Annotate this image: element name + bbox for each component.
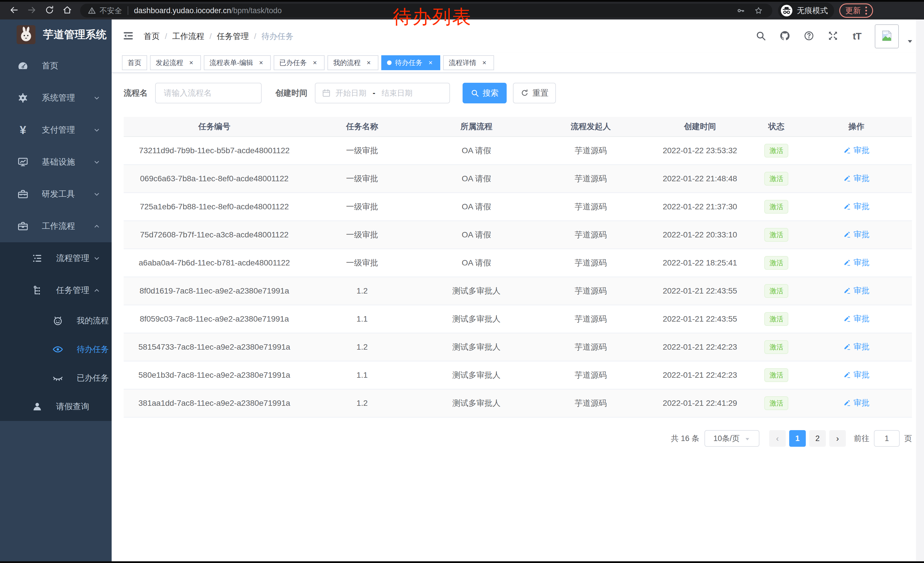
- sidebar-item-支付管理[interactable]: ¥支付管理: [0, 114, 112, 146]
- breadcrumb-item: 待办任务: [261, 31, 293, 42]
- sidebar-item-请假查询[interactable]: 请假查询: [0, 392, 112, 421]
- help-button[interactable]: [802, 30, 815, 43]
- page-size-select[interactable]: 10条/页: [705, 430, 759, 447]
- task-name-cell: 一级审批: [305, 257, 419, 268]
- tab-发起流程[interactable]: 发起流程×: [150, 55, 201, 70]
- edit-pencil-icon: [843, 174, 851, 182]
- close-icon[interactable]: ×: [480, 59, 488, 67]
- fullscreen-button[interactable]: [826, 30, 839, 43]
- approve-button[interactable]: 审批: [843, 173, 870, 184]
- tab-已办任务[interactable]: 已办任务×: [274, 55, 325, 70]
- sidebar-item-待办任务[interactable]: 待办任务: [0, 335, 112, 364]
- tab-流程表单-编辑[interactable]: 流程表单-编辑×: [204, 55, 271, 70]
- task-id-cell: a6aba0a4-7b6d-11ec-b781-acde48001122: [124, 258, 305, 267]
- search-submit-button[interactable]: 搜索: [463, 83, 507, 104]
- chevron-up-icon: [93, 286, 101, 294]
- tab-我的流程[interactable]: 我的流程×: [327, 55, 378, 70]
- table-row: 58154733-7ac8-11ec-a9e2-a2380e71991a1.2测…: [124, 333, 912, 362]
- browser-back-button[interactable]: [5, 3, 23, 19]
- sidebar-item-系统管理[interactable]: 系统管理: [0, 82, 112, 114]
- browser-forward-button[interactable]: [23, 3, 40, 19]
- reset-button[interactable]: 重置: [513, 83, 556, 104]
- sidebar-item-流程管理[interactable]: 流程管理: [0, 242, 112, 274]
- tags-view-bar: 首页发起流程×流程表单-编辑×已办任务×我的流程×待办任务×流程详情×: [112, 53, 924, 73]
- github-link[interactable]: [778, 30, 791, 43]
- goto-page-input[interactable]: [874, 430, 900, 447]
- status-cell: 激活: [752, 256, 801, 270]
- approve-button[interactable]: 审批: [843, 145, 870, 156]
- approve-button[interactable]: 审批: [843, 257, 870, 268]
- create-time-cell: 2022-01-21 22:43:55: [648, 286, 752, 296]
- browser-menu-icon[interactable]: [866, 7, 867, 15]
- page-button-2[interactable]: 2: [809, 430, 826, 447]
- browser-update-button[interactable]: 更新: [839, 3, 873, 18]
- search-button[interactable]: [754, 30, 767, 43]
- sidebar-item-label: 基础设施: [42, 156, 75, 168]
- next-page-button[interactable]: ›: [829, 430, 846, 447]
- approve-button[interactable]: 审批: [843, 341, 870, 352]
- process-name-input[interactable]: [155, 83, 262, 104]
- gear-icon: [16, 92, 29, 104]
- font-size-icon: tT: [853, 31, 861, 42]
- bookmark-star-icon[interactable]: [752, 4, 765, 17]
- not-secure-icon: [88, 6, 96, 15]
- chevron-down-icon: [93, 254, 101, 262]
- password-key-icon[interactable]: [735, 4, 747, 17]
- scrollbar[interactable]: [916, 20, 924, 563]
- approve-button[interactable]: 审批: [843, 285, 870, 296]
- close-icon[interactable]: ×: [257, 59, 265, 67]
- tab-流程详情[interactable]: 流程详情×: [443, 55, 494, 70]
- close-icon[interactable]: ×: [311, 59, 319, 67]
- sidebar-item-label: 请假查询: [56, 401, 89, 412]
- date-range-picker[interactable]: 开始日期 - 结束日期: [315, 83, 450, 104]
- table-row: 725a1eb6-7b88-11ec-8ef0-acde48001122一级审批…: [124, 193, 912, 221]
- filter-form: 流程名 创建时间 开始日期 - 结束日期 搜索 重置: [124, 83, 912, 104]
- sidebar-item-我的流程[interactable]: 我的流程: [0, 306, 112, 335]
- breadcrumb-separator: /: [165, 32, 167, 41]
- sidebar-item-已办任务[interactable]: 已办任务: [0, 364, 112, 392]
- sidebar-item-首页[interactable]: 首页: [0, 50, 112, 82]
- eye-closed-icon: [51, 372, 64, 384]
- sidebar-item-任务管理[interactable]: 任务管理: [0, 274, 112, 306]
- avatar[interactable]: [875, 24, 899, 48]
- sidebar-item-研发工具[interactable]: 研发工具: [0, 178, 112, 210]
- approve-button[interactable]: 审批: [843, 313, 870, 324]
- edit-pencil-icon: [843, 287, 851, 295]
- goto-label: 前往: [854, 433, 869, 444]
- breadcrumb-item[interactable]: 工作流程: [172, 31, 204, 42]
- tab-首页[interactable]: 首页: [122, 55, 147, 70]
- prev-page-button[interactable]: ‹: [769, 430, 786, 447]
- breadcrumb-item[interactable]: 首页: [144, 31, 160, 42]
- approve-label: 审批: [854, 341, 870, 352]
- edit-pencil-icon: [843, 371, 851, 379]
- column-header: 任务名称: [305, 121, 419, 132]
- breadcrumb-separator: /: [210, 32, 212, 41]
- approve-label: 审批: [854, 229, 870, 240]
- update-label: 更新: [845, 6, 861, 16]
- approve-button[interactable]: 审批: [843, 229, 870, 240]
- close-icon[interactable]: ×: [187, 59, 195, 67]
- avatar-caret-icon[interactable]: [906, 38, 914, 45]
- refresh-icon: [520, 89, 529, 98]
- tab-待办任务[interactable]: 待办任务×: [381, 55, 440, 70]
- process-name-label: 流程名: [124, 88, 148, 99]
- table-row: 381aa1dd-7ac8-11ec-a9e2-a2380e71991a1.2测…: [124, 389, 912, 417]
- close-icon[interactable]: ×: [426, 59, 435, 67]
- address-bar[interactable]: 不安全 dashboard.yudao.iocoder.cn /bpm/task…: [80, 4, 772, 18]
- approve-button[interactable]: 审批: [843, 398, 870, 408]
- breadcrumb-item[interactable]: 任务管理: [217, 31, 249, 42]
- browser-reload-button[interactable]: [40, 3, 58, 19]
- sidebar-item-基础设施[interactable]: 基础设施: [0, 146, 112, 178]
- page-button-1[interactable]: 1: [789, 430, 806, 447]
- sidebar-item-工作流程[interactable]: 工作流程: [0, 210, 112, 242]
- task-id-cell: 75d72608-7b7f-11ec-a3c8-acde48001122: [124, 230, 305, 239]
- table-row: 8f0d1619-7ac8-11ec-a9e2-a2380e71991a1.2测…: [124, 277, 912, 305]
- approve-label: 审批: [854, 398, 870, 408]
- font-size-button[interactable]: tT: [851, 30, 863, 43]
- approve-button[interactable]: 审批: [843, 369, 870, 380]
- sidebar-toggle-button[interactable]: [122, 30, 135, 43]
- browser-home-button[interactable]: [58, 3, 76, 19]
- task-id-cell: 8f059c03-7ac8-11ec-a9e2-a2380e71991a: [124, 314, 305, 324]
- approve-button[interactable]: 审批: [843, 201, 870, 212]
- close-icon[interactable]: ×: [364, 59, 373, 67]
